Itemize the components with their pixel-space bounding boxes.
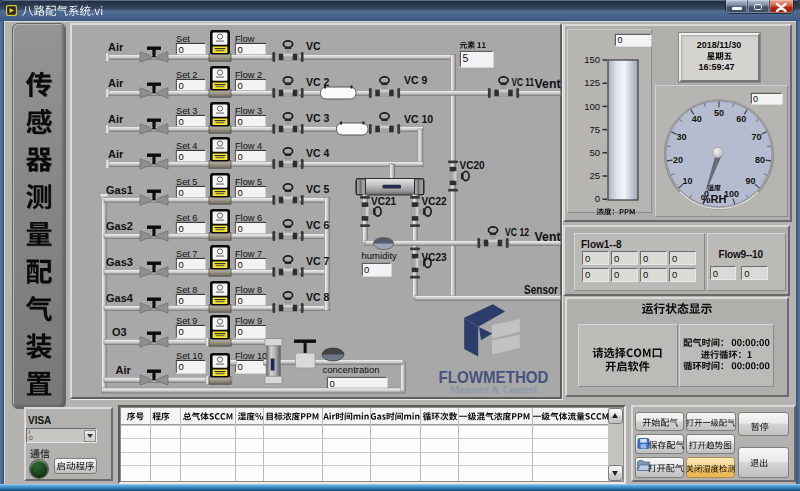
svg-text:0: 0 (595, 193, 600, 204)
svg-text:20: 20 (673, 155, 683, 165)
svg-text:Gas3: Gas3 (106, 256, 133, 268)
svg-text:25: 25 (589, 170, 600, 181)
svg-text:100: 100 (584, 101, 600, 112)
svg-text:Air: Air (108, 77, 124, 89)
svg-text:VC 12: VC 12 (505, 227, 529, 238)
svg-text:Sensor: Sensor (524, 283, 558, 297)
svg-text:VC20: VC20 (460, 160, 485, 171)
svg-text:Gas1: Gas1 (106, 184, 133, 196)
svg-text:Air: Air (116, 364, 132, 376)
svg-text:VC 7: VC 7 (306, 255, 330, 267)
svg-text:Air: Air (108, 41, 124, 53)
svg-text:VC 10: VC 10 (404, 113, 433, 125)
svg-text:concentration: concentration (323, 364, 380, 375)
svg-text:VC 9: VC 9 (404, 74, 428, 86)
svg-text:10: 10 (682, 176, 692, 186)
svg-text:VC21: VC21 (371, 196, 396, 207)
svg-text:150: 150 (584, 54, 600, 65)
svg-text:125: 125 (584, 77, 600, 88)
svg-text:Gas2: Gas2 (106, 220, 133, 232)
svg-text:VC22: VC22 (422, 196, 447, 207)
svg-text:Air: Air (108, 148, 124, 160)
svg-text:VC 4: VC 4 (306, 147, 330, 159)
svg-text:80: 80 (755, 155, 765, 165)
svg-text:Measure & Control: Measure & Control (450, 383, 537, 395)
svg-text:%RH: %RH (701, 193, 727, 205)
svg-text:60: 60 (736, 114, 746, 124)
svg-text:50: 50 (589, 147, 600, 158)
svg-text:70: 70 (751, 132, 761, 142)
svg-text:VC23: VC23 (422, 252, 447, 263)
svg-text:Vent: Vent (535, 230, 562, 244)
svg-text:VC: VC (306, 40, 321, 52)
svg-text:90: 90 (746, 176, 756, 186)
svg-text:40: 40 (692, 114, 702, 124)
svg-text:30: 30 (677, 132, 687, 142)
svg-text:VC 8: VC 8 (306, 291, 330, 303)
svg-text:VC 6: VC 6 (306, 219, 330, 231)
svg-text:VC 11: VC 11 (512, 77, 535, 88)
svg-text:Air: Air (108, 113, 124, 125)
svg-text:O3: O3 (112, 326, 127, 338)
svg-text:Vent: Vent (535, 77, 562, 91)
svg-text:50: 50 (714, 108, 724, 118)
svg-text:75: 75 (589, 124, 600, 135)
svg-text:VC 5: VC 5 (306, 183, 330, 195)
svg-text:humidity: humidity (362, 250, 398, 261)
svg-text:VC 3: VC 3 (306, 112, 330, 124)
svg-text:Gas4: Gas4 (106, 292, 134, 304)
